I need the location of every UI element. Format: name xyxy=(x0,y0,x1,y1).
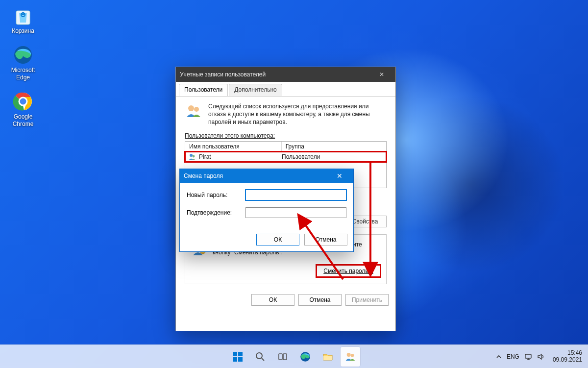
close-icon[interactable]: ✕ xyxy=(330,172,349,180)
desktop-icon-label: Microsoft Edge xyxy=(5,67,41,81)
svg-rect-12 xyxy=(233,352,237,356)
tab-advanced[interactable]: Дополнительно xyxy=(229,84,282,96)
dialog-titlebar[interactable]: Смена пароля ✕ xyxy=(180,169,353,183)
window-titlebar[interactable]: Учетные записи пользователей ✕ xyxy=(176,67,395,82)
list-header: Имя пользователя Группа xyxy=(185,142,386,152)
user-name: Pirat xyxy=(199,153,211,160)
clock-time: 15:46 xyxy=(553,350,582,357)
network-icon[interactable] xyxy=(524,353,532,361)
confirm-password-label: Подтверждение: xyxy=(187,209,245,216)
dialog-title: Смена пароля xyxy=(184,172,223,179)
svg-rect-13 xyxy=(238,352,243,356)
change-password-dialog: Смена пароля ✕ Новый пароль: Подтвержден… xyxy=(179,169,354,252)
language-indicator[interactable]: ENG xyxy=(507,353,519,360)
taskbar-tray: ENG 15:46 09.09.2021 xyxy=(496,348,585,366)
svg-point-22 xyxy=(347,353,351,357)
recycle-bin-icon xyxy=(12,5,34,26)
svg-rect-21 xyxy=(323,356,332,360)
confirm-password-input[interactable] xyxy=(245,207,346,218)
desktop-icons: Корзина Microsoft Edge Google Chrome xyxy=(5,5,44,137)
clock-date: 09.09.2021 xyxy=(553,357,582,364)
desktop-icon-label: Корзина xyxy=(5,27,41,34)
desktop-icon-label: Google Chrome xyxy=(5,113,41,127)
svg-rect-14 xyxy=(233,357,237,362)
new-password-input[interactable] xyxy=(245,190,346,200)
svg-point-5 xyxy=(188,105,194,111)
svg-point-23 xyxy=(351,354,354,357)
close-icon[interactable]: ✕ xyxy=(372,71,392,78)
user-row[interactable]: Pirat Пользователи xyxy=(185,152,386,162)
cancel-button[interactable]: Отмена xyxy=(304,234,347,245)
col-group[interactable]: Группа xyxy=(282,142,386,151)
chrome-icon xyxy=(12,91,34,112)
desktop-icon-recycle-bin[interactable]: Корзина xyxy=(5,5,41,34)
tab-strip: Пользователи Дополнительно xyxy=(176,82,395,97)
volume-icon[interactable] xyxy=(537,353,545,361)
svg-rect-18 xyxy=(279,354,282,360)
apply-button[interactable]: Применить xyxy=(345,294,389,306)
taskbar-center xyxy=(228,347,360,367)
start-button[interactable] xyxy=(228,347,247,367)
svg-rect-15 xyxy=(238,357,243,362)
tray-chevron-icon[interactable] xyxy=(496,354,502,360)
taskbar-explorer-icon[interactable] xyxy=(318,347,338,367)
cancel-button[interactable]: Отмена xyxy=(298,294,342,306)
edge-icon xyxy=(12,44,34,66)
col-username[interactable]: Имя пользователя xyxy=(185,142,282,151)
svg-point-6 xyxy=(194,107,199,112)
change-password-button[interactable]: Сменить пароль... xyxy=(317,265,380,277)
user-icon xyxy=(188,153,196,161)
list-label: Пользователи этого компьютера: xyxy=(185,132,387,139)
svg-rect-19 xyxy=(283,354,287,360)
svg-rect-24 xyxy=(525,354,531,358)
tray-clock[interactable]: 15:46 09.09.2021 xyxy=(550,348,585,366)
svg-point-16 xyxy=(256,353,262,359)
svg-line-17 xyxy=(262,358,264,361)
ok-button[interactable]: ОК xyxy=(256,234,299,245)
intro-text: Следующий список используется для предос… xyxy=(208,102,387,126)
users-icon xyxy=(185,102,202,126)
dialog-bottom-buttons: ОК Отмена Применить xyxy=(176,289,395,311)
svg-point-8 xyxy=(193,155,195,157)
window-title: Учетные записи пользователей xyxy=(180,71,266,78)
tab-users[interactable]: Пользователи xyxy=(179,84,228,96)
taskbar-user-accounts-icon[interactable] xyxy=(341,347,360,367)
desktop-icon-chrome[interactable]: Google Chrome xyxy=(5,91,41,127)
task-view-button[interactable] xyxy=(273,347,293,367)
user-group: Пользователи xyxy=(282,153,383,160)
svg-point-7 xyxy=(190,154,193,157)
taskbar-edge-icon[interactable] xyxy=(295,347,315,367)
new-password-label: Новый пароль: xyxy=(187,192,245,198)
ok-button[interactable]: ОК xyxy=(251,294,294,306)
taskbar[interactable]: ENG 15:46 09.09.2021 xyxy=(0,344,588,368)
search-button[interactable] xyxy=(250,347,270,367)
desktop-icon-edge[interactable]: Microsoft Edge xyxy=(5,44,41,81)
